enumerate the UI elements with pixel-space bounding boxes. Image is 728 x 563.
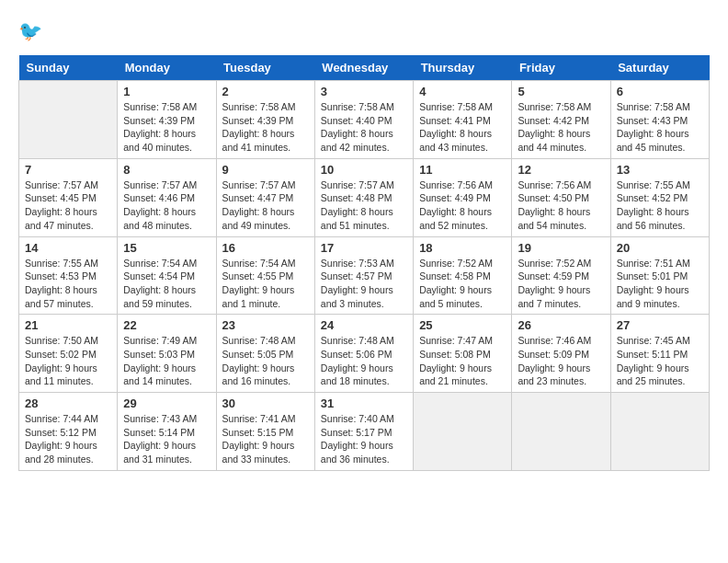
day-number: 30: [222, 396, 309, 410]
day-cell-2: 2Sunrise: 7:58 AMSunset: 4:39 PMDaylight…: [216, 81, 314, 159]
day-number: 23: [222, 318, 309, 332]
day-header-saturday: Saturday: [610, 55, 709, 81]
day-cell-21: 21Sunrise: 7:50 AMSunset: 5:02 PMDayligh…: [19, 315, 118, 393]
day-number: 6: [617, 85, 703, 98]
day-content: Sunrise: 7:49 AMSunset: 5:03 PMDaylight:…: [123, 334, 210, 388]
day-content: Sunrise: 7:51 AMSunset: 5:01 PMDaylight:…: [617, 257, 703, 311]
day-content: Sunrise: 7:58 AMSunset: 4:41 PMDaylight:…: [419, 100, 506, 155]
day-cell-30: 30Sunrise: 7:41 AMSunset: 5:15 PMDayligh…: [216, 393, 314, 471]
day-number: 22: [123, 318, 210, 332]
day-header-wednesday: Wednesday: [314, 55, 413, 81]
day-header-tuesday: Tuesday: [216, 55, 314, 81]
day-cell-1: 1Sunrise: 7:58 AMSunset: 4:39 PMDaylight…: [118, 81, 216, 159]
day-header-thursday: Thursday: [414, 55, 512, 81]
day-number: 14: [25, 241, 111, 255]
day-number: 16: [222, 241, 309, 255]
day-cell-10: 10Sunrise: 7:57 AMSunset: 4:48 PMDayligh…: [314, 158, 413, 236]
day-content: Sunrise: 7:46 AMSunset: 5:09 PMDaylight:…: [518, 334, 604, 388]
day-content: Sunrise: 7:57 AMSunset: 4:46 PMDaylight:…: [123, 178, 210, 233]
week-row-1: 1Sunrise: 7:58 AMSunset: 4:39 PMDaylight…: [19, 81, 710, 159]
day-cell-24: 24Sunrise: 7:48 AMSunset: 5:06 PMDayligh…: [314, 315, 413, 393]
day-content: Sunrise: 7:48 AMSunset: 5:05 PMDaylight:…: [222, 334, 309, 388]
day-content: Sunrise: 7:44 AMSunset: 5:12 PMDaylight:…: [25, 412, 111, 466]
day-cell-6: 6Sunrise: 7:58 AMSunset: 4:43 PMDaylight…: [610, 81, 709, 159]
day-header-sunday: Sunday: [19, 55, 118, 81]
week-row-5: 28Sunrise: 7:44 AMSunset: 5:12 PMDayligh…: [19, 393, 710, 471]
day-content: Sunrise: 7:48 AMSunset: 5:06 PMDaylight:…: [321, 334, 407, 388]
week-row-3: 14Sunrise: 7:55 AMSunset: 4:53 PMDayligh…: [19, 236, 710, 315]
day-cell-9: 9Sunrise: 7:57 AMSunset: 4:47 PMDaylight…: [216, 158, 314, 236]
day-number: 3: [321, 85, 407, 98]
day-number: 12: [518, 163, 604, 177]
day-cell-11: 11Sunrise: 7:56 AMSunset: 4:49 PMDayligh…: [414, 158, 512, 236]
day-content: Sunrise: 7:50 AMSunset: 5:02 PMDaylight:…: [25, 334, 111, 388]
day-cell-25: 25Sunrise: 7:47 AMSunset: 5:08 PMDayligh…: [414, 315, 512, 393]
day-content: Sunrise: 7:58 AMSunset: 4:39 PMDaylight:…: [222, 100, 309, 155]
day-cell-22: 22Sunrise: 7:49 AMSunset: 5:03 PMDayligh…: [118, 315, 216, 393]
day-number: 4: [419, 85, 506, 98]
day-cell-17: 17Sunrise: 7:53 AMSunset: 4:57 PMDayligh…: [314, 236, 413, 315]
day-number: 17: [321, 241, 407, 255]
page-header: 🐦: [18, 18, 710, 46]
day-cell-13: 13Sunrise: 7:55 AMSunset: 4:52 PMDayligh…: [610, 158, 709, 236]
day-content: Sunrise: 7:55 AMSunset: 4:53 PMDaylight:…: [25, 257, 111, 311]
days-header-row: SundayMondayTuesdayWednesdayThursdayFrid…: [19, 55, 710, 81]
day-content: Sunrise: 7:52 AMSunset: 4:59 PMDaylight:…: [518, 257, 604, 311]
day-content: Sunrise: 7:41 AMSunset: 5:15 PMDaylight:…: [222, 412, 309, 466]
day-number: 9: [222, 163, 309, 177]
calendar-table: SundayMondayTuesdayWednesdayThursdayFrid…: [18, 55, 710, 471]
empty-cell: [19, 81, 118, 159]
day-content: Sunrise: 7:58 AMSunset: 4:39 PMDaylight:…: [123, 100, 210, 155]
day-content: Sunrise: 7:53 AMSunset: 4:57 PMDaylight:…: [321, 257, 407, 311]
day-number: 28: [25, 396, 111, 410]
day-number: 24: [321, 318, 407, 332]
day-content: Sunrise: 7:45 AMSunset: 5:11 PMDaylight:…: [617, 334, 703, 388]
logo-icon: 🐦: [18, 18, 46, 46]
day-number: 11: [419, 163, 506, 177]
day-content: Sunrise: 7:56 AMSunset: 4:49 PMDaylight:…: [419, 178, 506, 233]
day-number: 8: [123, 163, 210, 177]
day-content: Sunrise: 7:57 AMSunset: 4:48 PMDaylight:…: [321, 178, 407, 233]
day-content: Sunrise: 7:43 AMSunset: 5:14 PMDaylight:…: [123, 412, 210, 466]
empty-cell: [610, 393, 709, 471]
day-number: 20: [617, 241, 703, 255]
day-content: Sunrise: 7:47 AMSunset: 5:08 PMDaylight:…: [419, 334, 506, 388]
day-content: Sunrise: 7:58 AMSunset: 4:42 PMDaylight:…: [518, 100, 604, 155]
day-content: Sunrise: 7:54 AMSunset: 4:55 PMDaylight:…: [222, 257, 309, 311]
day-header-monday: Monday: [118, 55, 216, 81]
day-content: Sunrise: 7:55 AMSunset: 4:52 PMDaylight:…: [617, 178, 703, 233]
day-cell-7: 7Sunrise: 7:57 AMSunset: 4:45 PMDaylight…: [19, 158, 118, 236]
day-number: 27: [617, 318, 703, 332]
day-cell-26: 26Sunrise: 7:46 AMSunset: 5:09 PMDayligh…: [512, 315, 610, 393]
day-cell-23: 23Sunrise: 7:48 AMSunset: 5:05 PMDayligh…: [216, 315, 314, 393]
day-content: Sunrise: 7:58 AMSunset: 4:43 PMDaylight:…: [617, 100, 703, 155]
day-cell-12: 12Sunrise: 7:56 AMSunset: 4:50 PMDayligh…: [512, 158, 610, 236]
day-cell-15: 15Sunrise: 7:54 AMSunset: 4:54 PMDayligh…: [118, 236, 216, 315]
day-cell-20: 20Sunrise: 7:51 AMSunset: 5:01 PMDayligh…: [610, 236, 709, 315]
day-cell-4: 4Sunrise: 7:58 AMSunset: 4:41 PMDaylight…: [414, 81, 512, 159]
day-number: 7: [25, 163, 111, 177]
day-number: 10: [321, 163, 407, 177]
day-cell-14: 14Sunrise: 7:55 AMSunset: 4:53 PMDayligh…: [19, 236, 118, 315]
day-number: 1: [123, 85, 210, 98]
day-cell-16: 16Sunrise: 7:54 AMSunset: 4:55 PMDayligh…: [216, 236, 314, 315]
day-content: Sunrise: 7:40 AMSunset: 5:17 PMDaylight:…: [321, 412, 407, 466]
day-cell-29: 29Sunrise: 7:43 AMSunset: 5:14 PMDayligh…: [118, 393, 216, 471]
day-cell-27: 27Sunrise: 7:45 AMSunset: 5:11 PMDayligh…: [610, 315, 709, 393]
day-number: 29: [123, 396, 210, 410]
day-content: Sunrise: 7:58 AMSunset: 4:40 PMDaylight:…: [321, 100, 407, 155]
day-number: 19: [518, 241, 604, 255]
day-cell-5: 5Sunrise: 7:58 AMSunset: 4:42 PMDaylight…: [512, 81, 610, 159]
day-number: 5: [518, 85, 604, 98]
day-cell-19: 19Sunrise: 7:52 AMSunset: 4:59 PMDayligh…: [512, 236, 610, 315]
empty-cell: [414, 393, 512, 471]
day-header-friday: Friday: [512, 55, 610, 81]
day-number: 26: [518, 318, 604, 332]
day-content: Sunrise: 7:54 AMSunset: 4:54 PMDaylight:…: [123, 257, 210, 311]
week-row-2: 7Sunrise: 7:57 AMSunset: 4:45 PMDaylight…: [19, 158, 710, 236]
day-number: 2: [222, 85, 309, 98]
day-cell-28: 28Sunrise: 7:44 AMSunset: 5:12 PMDayligh…: [19, 393, 118, 471]
week-row-4: 21Sunrise: 7:50 AMSunset: 5:02 PMDayligh…: [19, 315, 710, 393]
day-number: 15: [123, 241, 210, 255]
day-number: 13: [617, 163, 703, 177]
